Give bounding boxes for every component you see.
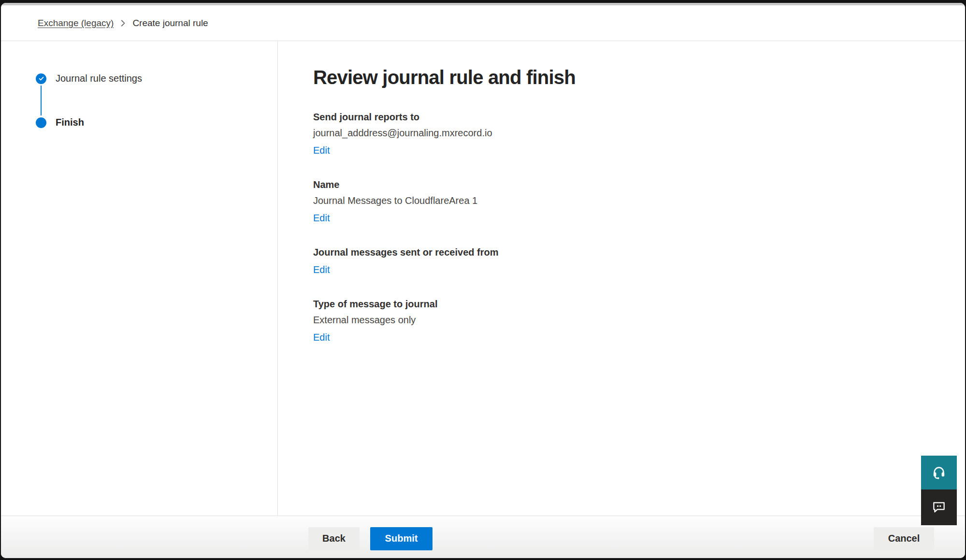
section-label: Send journal reports to xyxy=(313,111,946,124)
edit-message-type-link[interactable]: Edit xyxy=(313,331,330,344)
step-label: Journal rule settings xyxy=(56,73,142,84)
breadcrumb-chevron-icon xyxy=(121,20,125,27)
edit-scope-link[interactable]: Edit xyxy=(313,263,330,276)
page-title: Review journal rule and finish xyxy=(313,65,946,89)
cancel-button[interactable]: Cancel xyxy=(874,527,934,550)
review-pane: Review journal rule and finish Send jour… xyxy=(278,41,965,516)
rule-name-value: Journal Messages to CloudflareArea 1 xyxy=(313,194,946,207)
submit-button[interactable]: Submit xyxy=(370,527,433,550)
section-label: Name xyxy=(313,178,946,191)
breadcrumb-current-page: Create journal rule xyxy=(132,18,208,29)
wizard-steps-panel: Journal rule settings Finish xyxy=(1,41,278,516)
section-label: Type of message to journal xyxy=(313,298,946,311)
help-button[interactable] xyxy=(921,456,957,489)
section-journal-messages-sent-or-received: Journal messages sent or received from E… xyxy=(313,246,946,276)
edit-name-link[interactable]: Edit xyxy=(313,212,330,225)
journal-report-address-value: journal_adddress@journaling.mxrecord.io xyxy=(313,127,946,140)
wizard-action-bar: Back Submit Cancel xyxy=(1,516,965,558)
feedback-button[interactable] xyxy=(921,489,957,525)
step-current-icon xyxy=(36,117,46,128)
section-name: Name Journal Messages to CloudflareArea … xyxy=(313,178,946,225)
section-label: Journal messages sent or received from xyxy=(313,246,946,259)
feedback-chat-icon xyxy=(931,499,947,516)
step-completed-icon xyxy=(36,73,46,84)
breadcrumb: Exchange (legacy) Create journal rule xyxy=(1,5,965,41)
back-button[interactable]: Back xyxy=(308,527,360,550)
content-area: Journal rule settings Finish Review jour… xyxy=(1,41,965,516)
edit-send-journal-reports-link[interactable]: Edit xyxy=(313,144,330,157)
step-journal-rule-settings[interactable]: Journal rule settings xyxy=(36,73,277,84)
step-finish[interactable]: Finish xyxy=(36,117,277,128)
step-label: Finish xyxy=(56,117,84,128)
breadcrumb-exchange-legacy-link[interactable]: Exchange (legacy) xyxy=(38,18,114,29)
section-send-journal-reports-to: Send journal reports to journal_adddress… xyxy=(313,111,946,157)
checkmark-icon xyxy=(38,75,44,82)
section-type-of-message-to-journal: Type of message to journal External mess… xyxy=(313,298,946,344)
floating-button-stack xyxy=(921,456,957,525)
app-window: Exchange (legacy) Create journal rule Jo… xyxy=(1,3,965,558)
message-type-value: External messages only xyxy=(313,314,946,327)
headset-icon xyxy=(931,464,947,481)
step-connector-line xyxy=(41,86,42,115)
